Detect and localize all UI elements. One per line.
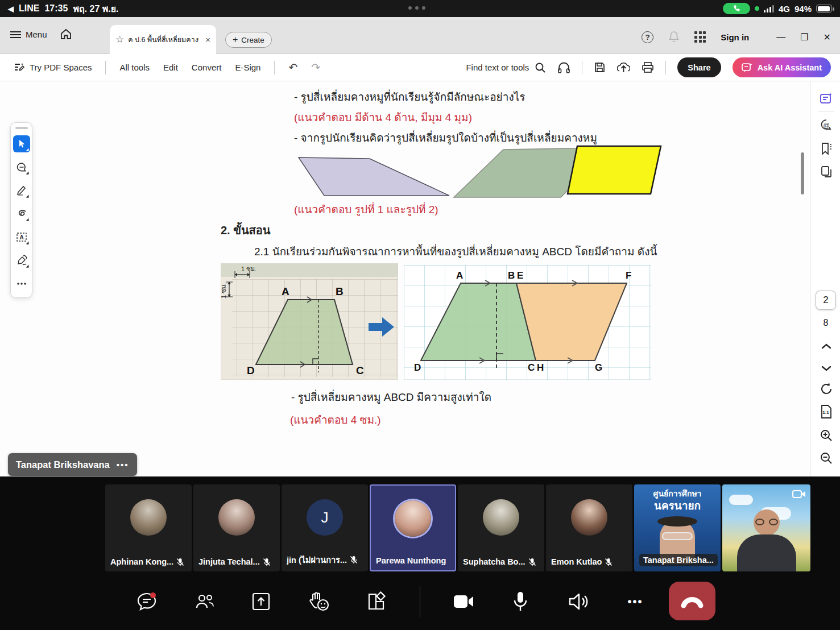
status-bar: ◀ LINE 17:35 พฤ. 27 พ.ย. 4G 94% <box>0 0 840 17</box>
undo-button[interactable]: ↶ <box>288 61 297 74</box>
window-minimize-button[interactable]: — <box>776 32 785 42</box>
menu-button[interactable]: Menu <box>10 30 47 39</box>
more-options-icon[interactable]: ••• <box>117 460 129 470</box>
highlight-tool-button[interactable] <box>13 182 30 199</box>
zoom-in-button[interactable] <box>819 428 834 443</box>
current-page-input[interactable]: 2 <box>816 291 836 310</box>
bookmark-icon <box>820 142 833 156</box>
participant-tile-4-speaking[interactable]: Parewa Nunthong <box>370 484 456 571</box>
figA-label-D: D <box>247 364 255 376</box>
rotate-page-button[interactable] <box>819 382 834 396</box>
draw-tool-button[interactable] <box>13 205 30 222</box>
comment-tool-button[interactable] <box>13 159 30 176</box>
video-caption-line1: ศูนย์การศึกษา <box>634 489 721 499</box>
sign-in-button[interactable]: Sign in <box>721 32 749 42</box>
share-button[interactable]: Share <box>677 57 721 77</box>
bookmarks-panel-button[interactable] <box>819 142 834 156</box>
participant-tile-3[interactable]: J jin (ไม่ผ่านการ... <box>282 484 368 571</box>
share-screen-button[interactable] <box>247 583 275 620</box>
more-actions-button[interactable]: ••• <box>622 583 649 620</box>
participant-tile-8-video[interactable] <box>722 484 810 571</box>
find-text-button[interactable]: Find text or tools <box>466 62 546 73</box>
ai-assistant-panel-button[interactable] <box>819 92 834 106</box>
page-thumbnails-button[interactable] <box>819 164 834 179</box>
next-page-button[interactable] <box>819 361 834 376</box>
cursor-arrow-icon <box>16 139 27 149</box>
select-tool-button[interactable] <box>13 135 30 152</box>
mic-muted-icon <box>528 558 536 566</box>
ai-chat-icon <box>742 63 753 73</box>
figB-label-A: A <box>456 270 463 281</box>
chat-button[interactable] <box>133 583 160 620</box>
pdf-toolbar: Try PDF Spaces All tools Edit Convert E-… <box>0 54 840 81</box>
active-speaker-name: Tanapat Brikshavana <box>16 459 110 470</box>
save-icon[interactable] <box>594 61 606 73</box>
initial-letter: J <box>321 509 329 527</box>
mic-toggle-button[interactable] <box>507 583 534 620</box>
text-select-tool-button[interactable]: A <box>13 229 30 246</box>
zoom-out-button[interactable] <box>819 451 834 466</box>
vertical-scrollbar[interactable] <box>801 152 804 194</box>
participant-tile-7-video[interactable]: ศูนย์การศึกษา นครนายก Tanapat Briksha... <box>634 484 721 571</box>
edit-menu[interactable]: Edit <box>163 63 178 72</box>
menu-label: Menu <box>26 30 47 39</box>
participant-tile-1[interactable]: Aphinan Kong... <box>105 484 192 571</box>
hang-up-button[interactable] <box>669 582 715 620</box>
read-aloud-headphones-icon[interactable] <box>557 61 570 74</box>
window-close-button[interactable]: ✕ <box>824 32 831 43</box>
shape-1-trapezoid <box>299 158 449 196</box>
avatar <box>483 499 519 536</box>
fill-sign-tool-button[interactable] <box>13 252 30 269</box>
toolbar-drag-handle[interactable] <box>15 127 28 129</box>
participant-name: Emon Kutlao <box>551 557 602 566</box>
figB-label-D: D <box>414 362 421 373</box>
example-shapes-figure <box>293 143 668 202</box>
upload-cloud-icon[interactable] <box>617 61 630 74</box>
previous-page-button[interactable] <box>819 338 834 353</box>
ask-ai-assistant-button[interactable]: Ask AI Assistant <box>733 57 831 77</box>
back-to-line-icon[interactable]: ◀ <box>8 5 14 13</box>
favorite-star-icon[interactable]: ☆ <box>115 34 124 45</box>
print-icon[interactable] <box>642 61 654 73</box>
participant-tile-2[interactable]: Jinjuta Techal... <box>193 484 280 571</box>
try-pdf-spaces-button[interactable]: Try PDF Spaces <box>13 61 92 74</box>
page-fit-button[interactable]: 1:1 <box>819 404 834 419</box>
more-tools-button[interactable] <box>13 275 30 292</box>
phone-icon <box>733 5 740 13</box>
create-tab-button[interactable]: + Create <box>225 32 272 48</box>
pdf-document-area: A - รูปสี่เหลี่ยมคางหมูที่นักเรียนรู้จัก… <box>0 81 840 476</box>
camera-toggle-button[interactable] <box>450 583 477 620</box>
speaker-button[interactable] <box>565 583 592 620</box>
rooms-apps-button[interactable] <box>362 583 390 620</box>
participant-tile-6[interactable]: Emon Kutlao <box>546 484 632 571</box>
figB-label-H: H <box>537 362 544 373</box>
active-speaker-pill[interactable]: Tanapat Brikshavana ••• <box>8 453 137 476</box>
try-pdf-spaces-label: Try PDF Spaces <box>30 63 92 72</box>
participant-name: Tanapat Briksha... <box>639 554 718 566</box>
notifications-bell-icon[interactable] <box>668 31 680 43</box>
multitask-indicator-icon[interactable] <box>408 6 425 10</box>
help-button[interactable]: ? <box>642 31 653 43</box>
ask-ai-label: Ask AI Assistant <box>758 63 822 72</box>
active-call-pill[interactable] <box>723 3 750 14</box>
figA-label-A: A <box>282 285 289 297</box>
shape-3-parallelogram <box>568 146 661 194</box>
convert-menu[interactable]: Convert <box>192 63 222 72</box>
tab-close-icon[interactable]: × <box>205 35 210 44</box>
esign-menu[interactable]: E-Sign <box>235 63 260 72</box>
signature-pen-icon <box>16 255 27 266</box>
home-button[interactable] <box>59 27 73 43</box>
window-restore-button[interactable]: ❐ <box>800 32 808 43</box>
line-app-label[interactable]: LINE <box>19 3 39 14</box>
redo-button[interactable]: ↷ <box>311 61 320 74</box>
participants-button[interactable] <box>191 583 218 620</box>
figA-unit-vertical: 1 ซม. <box>221 283 227 299</box>
reactions-button[interactable] <box>305 583 333 620</box>
home-icon <box>59 27 73 41</box>
participant-tile-5[interactable]: Suphatcha Bo... <box>458 484 544 571</box>
doc-section-heading: 2. ขั้นสอน <box>221 221 270 239</box>
tab-pdf-document[interactable]: ☆ ค ป.6 พื้นที่สี่เหลี่ยมคางหมู.pdf × <box>110 25 216 54</box>
comments-panel-button[interactable]: @ <box>819 118 834 132</box>
apps-grid-icon[interactable] <box>694 31 706 43</box>
all-tools-menu[interactable]: All tools <box>119 63 150 72</box>
